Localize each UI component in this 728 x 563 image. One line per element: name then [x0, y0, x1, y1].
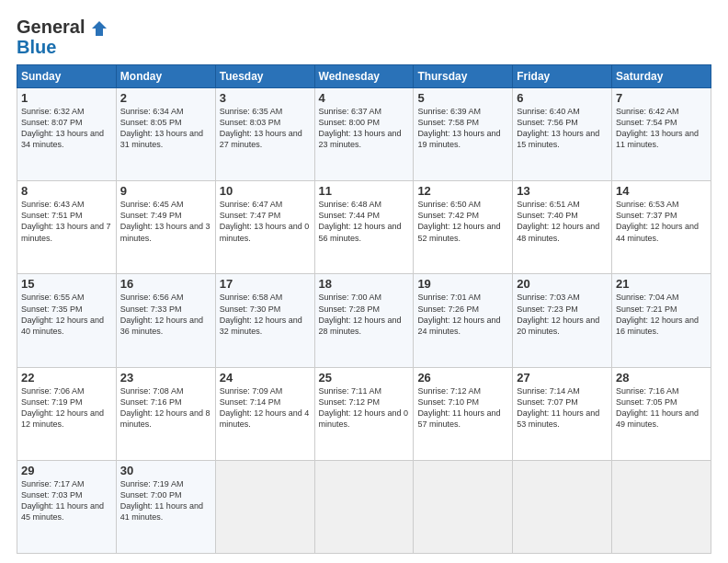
calendar-cell: 23Sunrise: 7:08 AMSunset: 7:16 PMDayligh…: [116, 367, 215, 460]
calendar-week-4: 22Sunrise: 7:06 AMSunset: 7:19 PMDayligh…: [17, 367, 711, 460]
calendar-cell: 6Sunrise: 6:40 AMSunset: 7:56 PMDaylight…: [513, 88, 612, 181]
calendar-week-2: 8Sunrise: 6:43 AMSunset: 7:51 PMDaylight…: [17, 181, 711, 274]
day-number: 20: [517, 277, 608, 291]
calendar-week-3: 15Sunrise: 6:55 AMSunset: 7:35 PMDayligh…: [17, 274, 711, 367]
calendar-cell: 3Sunrise: 6:35 AMSunset: 8:03 PMDaylight…: [215, 88, 314, 181]
page: General Blue SundayMondayTuesdayWednesda…: [0, 0, 728, 563]
day-number: 19: [417, 277, 508, 291]
day-info: Sunrise: 7:04 AMSunset: 7:21 PMDaylight:…: [616, 293, 699, 335]
day-number: 11: [319, 184, 410, 198]
calendar-cell: 9Sunrise: 6:45 AMSunset: 7:49 PMDaylight…: [116, 181, 215, 274]
calendar-cell: 2Sunrise: 6:34 AMSunset: 8:05 PMDaylight…: [116, 88, 215, 181]
day-info: Sunrise: 7:08 AMSunset: 7:16 PMDaylight:…: [120, 386, 210, 429]
day-info: Sunrise: 7:01 AMSunset: 7:26 PMDaylight:…: [417, 293, 500, 335]
day-number: 9: [120, 184, 211, 198]
day-number: 6: [517, 91, 608, 105]
day-info: Sunrise: 6:32 AMSunset: 8:07 PMDaylight:…: [21, 107, 104, 149]
day-number: 10: [220, 184, 311, 198]
day-number: 28: [616, 371, 707, 385]
day-number: 14: [616, 184, 707, 198]
day-number: 7: [616, 91, 707, 105]
day-info: Sunrise: 6:45 AMSunset: 7:49 PMDaylight:…: [120, 200, 210, 242]
header: General Blue: [17, 17, 711, 57]
col-header-wednesday: Wednesday: [314, 65, 414, 88]
calendar-cell: 14Sunrise: 6:53 AMSunset: 7:37 PMDayligh…: [612, 181, 711, 274]
col-header-monday: Monday: [116, 65, 215, 88]
day-info: Sunrise: 7:09 AMSunset: 7:14 PMDaylight:…: [220, 386, 310, 429]
col-header-tuesday: Tuesday: [215, 65, 314, 88]
calendar-cell: 17Sunrise: 6:58 AMSunset: 7:30 PMDayligh…: [215, 274, 314, 367]
day-number: 23: [120, 371, 211, 385]
day-number: 26: [417, 371, 508, 385]
calendar-cell: 8Sunrise: 6:43 AMSunset: 7:51 PMDaylight…: [17, 181, 117, 274]
day-number: 24: [220, 371, 311, 385]
day-info: Sunrise: 7:12 AMSunset: 7:10 PMDaylight:…: [417, 386, 500, 429]
day-info: Sunrise: 7:11 AMSunset: 7:12 PMDaylight:…: [319, 386, 409, 429]
day-info: Sunrise: 7:19 AMSunset: 7:00 PMDaylight:…: [120, 479, 203, 522]
calendar-cell: 24Sunrise: 7:09 AMSunset: 7:14 PMDayligh…: [215, 367, 314, 460]
calendar-cell: [215, 460, 314, 553]
day-number: 5: [417, 91, 508, 105]
logo-icon: [91, 20, 108, 37]
calendar-cell: [612, 460, 711, 553]
calendar: SundayMondayTuesdayWednesdayThursdayFrid…: [17, 64, 711, 554]
logo-general-text: General: [17, 17, 85, 37]
day-number: 16: [120, 277, 211, 291]
day-number: 8: [21, 184, 112, 198]
day-info: Sunrise: 6:51 AMSunset: 7:40 PMDaylight:…: [517, 200, 599, 242]
calendar-cell: 5Sunrise: 6:39 AMSunset: 7:58 PMDaylight…: [414, 88, 513, 181]
day-info: Sunrise: 6:43 AMSunset: 7:51 PMDaylight:…: [21, 200, 111, 242]
logo: General Blue: [17, 17, 108, 57]
calendar-cell: 28Sunrise: 7:16 AMSunset: 7:05 PMDayligh…: [612, 367, 711, 460]
calendar-cell: 22Sunrise: 7:06 AMSunset: 7:19 PMDayligh…: [17, 367, 117, 460]
day-number: 4: [319, 91, 410, 105]
day-info: Sunrise: 6:37 AMSunset: 8:00 PMDaylight:…: [319, 107, 402, 149]
calendar-cell: 26Sunrise: 7:12 AMSunset: 7:10 PMDayligh…: [414, 367, 513, 460]
day-number: 12: [417, 184, 508, 198]
day-info: Sunrise: 7:03 AMSunset: 7:23 PMDaylight:…: [517, 293, 599, 335]
logo-blue-text: Blue: [17, 37, 56, 57]
calendar-week-1: 1Sunrise: 6:32 AMSunset: 8:07 PMDaylight…: [17, 88, 711, 181]
calendar-cell: 21Sunrise: 7:04 AMSunset: 7:21 PMDayligh…: [612, 274, 711, 367]
day-info: Sunrise: 6:35 AMSunset: 8:03 PMDaylight:…: [220, 107, 302, 149]
calendar-cell: 10Sunrise: 6:47 AMSunset: 7:47 PMDayligh…: [215, 181, 314, 274]
calendar-week-5: 29Sunrise: 7:17 AMSunset: 7:03 PMDayligh…: [17, 460, 711, 553]
day-info: Sunrise: 6:39 AMSunset: 7:58 PMDaylight:…: [417, 107, 500, 149]
day-number: 30: [120, 464, 211, 477]
calendar-cell: 11Sunrise: 6:48 AMSunset: 7:44 PMDayligh…: [314, 181, 414, 274]
day-info: Sunrise: 6:48 AMSunset: 7:44 PMDaylight:…: [319, 200, 402, 242]
calendar-header-row: SundayMondayTuesdayWednesdayThursdayFrid…: [17, 65, 711, 88]
calendar-cell: 20Sunrise: 7:03 AMSunset: 7:23 PMDayligh…: [513, 274, 612, 367]
logo-general: General: [17, 17, 108, 37]
day-number: 2: [120, 91, 211, 105]
day-info: Sunrise: 7:00 AMSunset: 7:28 PMDaylight:…: [319, 293, 402, 335]
day-info: Sunrise: 7:06 AMSunset: 7:19 PMDaylight:…: [21, 386, 104, 429]
col-header-sunday: Sunday: [17, 65, 117, 88]
day-number: 13: [517, 184, 608, 198]
svg-marker-0: [92, 21, 107, 36]
day-info: Sunrise: 6:40 AMSunset: 7:56 PMDaylight:…: [517, 107, 599, 149]
day-number: 29: [21, 464, 112, 477]
day-number: 18: [319, 277, 410, 291]
day-info: Sunrise: 7:14 AMSunset: 7:07 PMDaylight:…: [517, 386, 599, 429]
day-number: 1: [21, 91, 112, 105]
calendar-cell: 7Sunrise: 6:42 AMSunset: 7:54 PMDaylight…: [612, 88, 711, 181]
day-info: Sunrise: 6:56 AMSunset: 7:33 PMDaylight:…: [120, 293, 203, 335]
calendar-cell: 15Sunrise: 6:55 AMSunset: 7:35 PMDayligh…: [17, 274, 117, 367]
calendar-cell: 12Sunrise: 6:50 AMSunset: 7:42 PMDayligh…: [414, 181, 513, 274]
day-info: Sunrise: 6:47 AMSunset: 7:47 PMDaylight:…: [220, 200, 310, 242]
calendar-cell: 25Sunrise: 7:11 AMSunset: 7:12 PMDayligh…: [314, 367, 414, 460]
day-info: Sunrise: 6:34 AMSunset: 8:05 PMDaylight:…: [120, 107, 203, 149]
calendar-cell: 4Sunrise: 6:37 AMSunset: 8:00 PMDaylight…: [314, 88, 414, 181]
day-info: Sunrise: 6:50 AMSunset: 7:42 PMDaylight:…: [417, 200, 500, 242]
col-header-thursday: Thursday: [414, 65, 513, 88]
day-info: Sunrise: 6:42 AMSunset: 7:54 PMDaylight:…: [616, 107, 699, 149]
calendar-cell: 27Sunrise: 7:14 AMSunset: 7:07 PMDayligh…: [513, 367, 612, 460]
calendar-cell: 16Sunrise: 6:56 AMSunset: 7:33 PMDayligh…: [116, 274, 215, 367]
day-info: Sunrise: 6:53 AMSunset: 7:37 PMDaylight:…: [616, 200, 699, 242]
calendar-cell: [513, 460, 612, 553]
calendar-cell: 29Sunrise: 7:17 AMSunset: 7:03 PMDayligh…: [17, 460, 117, 553]
day-info: Sunrise: 7:16 AMSunset: 7:05 PMDaylight:…: [616, 386, 699, 429]
calendar-cell: 1Sunrise: 6:32 AMSunset: 8:07 PMDaylight…: [17, 88, 117, 181]
day-number: 17: [220, 277, 311, 291]
